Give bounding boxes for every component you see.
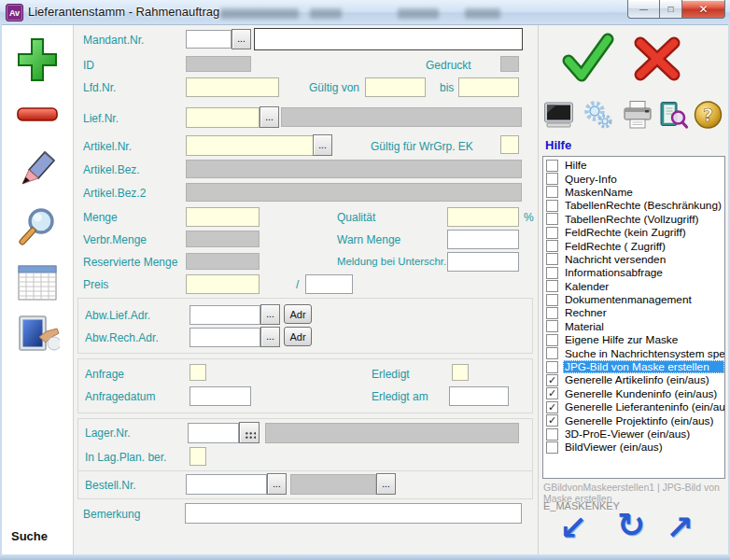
checkbox-icon[interactable] <box>546 253 558 265</box>
help-list-item[interactable]: Kalender <box>543 280 724 293</box>
checkbox-icon[interactable] <box>546 267 558 279</box>
lager-grid-browse-button[interactable] <box>239 422 260 443</box>
preis-input[interactable] <box>186 274 260 294</box>
checkbox-icon[interactable] <box>546 240 558 252</box>
preis-einheit-input[interactable] <box>305 274 353 294</box>
abw-lief-adr-input[interactable] <box>190 305 260 325</box>
checkbox-icon[interactable] <box>546 186 558 198</box>
checkbox-icon[interactable] <box>546 173 558 185</box>
qualitaet-input[interactable] <box>447 207 519 227</box>
checkbox-icon[interactable]: ✓ <box>546 414 558 427</box>
help-list-item[interactable]: Material <box>543 320 724 333</box>
ok-button[interactable] <box>559 33 615 89</box>
meldung-input[interactable] <box>447 252 519 272</box>
help-list-item[interactable]: Query-Info <box>543 172 724 185</box>
help-list-item[interactable]: ✓Generelle Kundeninfo (ein/aus) <box>543 387 724 400</box>
mandant-nr-input[interactable] <box>186 30 232 49</box>
checkbox-icon[interactable] <box>546 441 558 454</box>
help-list-item[interactable]: Informationsabfrage <box>543 266 724 279</box>
arrow-back-button[interactable]: ↙ <box>559 511 587 545</box>
table-view-button[interactable] <box>15 260 60 311</box>
checkbox-icon[interactable] <box>546 227 558 239</box>
help-list-item[interactable]: FeldRechte ( Zugriff) <box>543 239 724 252</box>
bestell-pos-browse-button[interactable]: ... <box>376 473 396 495</box>
wrgrp-checkbox-field[interactable] <box>500 135 519 154</box>
bestell-nr-input[interactable] <box>186 474 267 495</box>
cancel-button[interactable] <box>630 33 684 89</box>
maximize-button[interactable]: □ <box>659 0 682 19</box>
help-list-item[interactable]: JPG-Bild von Maske erstellen <box>543 360 724 373</box>
touchscreen-button[interactable] <box>15 311 60 369</box>
checkbox-icon[interactable] <box>546 160 558 172</box>
background-window-blur <box>310 8 342 19</box>
abw-rech-browse-button[interactable]: ... <box>260 327 280 347</box>
in-lag-plan-checkbox-field[interactable] <box>190 447 206 466</box>
checkbox-icon[interactable] <box>546 213 558 225</box>
screen-button[interactable] <box>543 100 574 133</box>
hilfe-listbox[interactable]: HilfeQuery-InfoMaskenNameTabellenRechte … <box>542 156 725 479</box>
lager-nr-input[interactable] <box>188 423 239 443</box>
checkbox-icon[interactable] <box>546 347 558 359</box>
checkbox-icon[interactable] <box>546 334 558 346</box>
gueltig-bis-input[interactable] <box>458 77 519 97</box>
erledigt-checkbox-field[interactable] <box>452 364 469 381</box>
help-list-item[interactable]: BildViewer (ein/aus) <box>543 441 724 454</box>
document-search-button[interactable] <box>658 100 689 133</box>
delete-record-button[interactable] <box>15 104 60 130</box>
lief-nr-input[interactable] <box>186 107 260 128</box>
close-button[interactable]: ✕ <box>681 0 725 19</box>
help-list-item[interactable]: ✓Generelle Projektinfo (ein/aus) <box>543 413 724 427</box>
arrow-forward-button[interactable]: ↗ <box>666 511 694 545</box>
help-list-item[interactable]: Suche in Nachrichtensystem speicl <box>543 346 724 359</box>
abw-lief-adr-button[interactable]: Adr <box>284 304 312 324</box>
checkbox-icon[interactable] <box>546 307 558 319</box>
search-record-button[interactable] <box>15 203 60 260</box>
help-button[interactable]: ? <box>693 100 723 133</box>
menge-input[interactable] <box>186 207 260 227</box>
lfd-nr-input[interactable] <box>186 77 279 97</box>
checkbox-icon[interactable] <box>546 320 558 332</box>
warn-menge-input[interactable] <box>447 230 519 249</box>
help-list-item[interactable]: TabellenRechte (Beschränkung) <box>543 199 724 212</box>
abw-rech-adr-input[interactable] <box>190 328 260 347</box>
add-record-button[interactable] <box>15 35 60 91</box>
edit-record-button[interactable] <box>15 141 60 199</box>
artikel-browse-button[interactable]: ... <box>313 134 332 156</box>
print-button[interactable] <box>622 100 653 133</box>
checkbox-icon[interactable] <box>546 361 558 373</box>
help-list-item[interactable]: FeldRechte (kein Zugriff) <box>543 226 724 239</box>
bestell-browse-button[interactable]: ... <box>267 473 287 495</box>
lief-browse-button[interactable]: ... <box>260 106 279 128</box>
help-list-item[interactable]: 3D-ProE-Viewer (ein/aus) <box>543 427 724 441</box>
artikel-nr-input[interactable] <box>186 135 314 156</box>
erledigt-am-input[interactable] <box>449 386 509 406</box>
help-list-item[interactable]: ✓Generelle Lieferanteninfo (ein/aus) <box>543 400 724 413</box>
help-list-item[interactable]: ✓Generelle Artikelinfo (ein/aus) <box>543 373 724 386</box>
bemerkung-input[interactable] <box>185 503 522 524</box>
checkbox-icon[interactable] <box>546 294 558 306</box>
checkbox-icon[interactable]: ✓ <box>546 401 558 413</box>
minimize-button[interactable]: — <box>627 0 660 19</box>
help-list-item[interactable]: Rechner <box>543 306 724 319</box>
checkbox-icon[interactable] <box>546 280 558 292</box>
refresh-button[interactable]: ↻ <box>617 509 645 542</box>
anfragedatum-input[interactable] <box>190 386 251 406</box>
abw-rech-adr-button[interactable]: Adr <box>284 327 312 346</box>
abw-lief-browse-button[interactable]: ... <box>260 304 280 325</box>
help-list-item[interactable]: Hilfe <box>543 159 724 172</box>
help-list-item[interactable]: MaskenName <box>543 186 724 199</box>
checkbox-icon[interactable] <box>546 200 558 212</box>
help-list-item[interactable]: Dokumentenmanagement <box>543 293 724 306</box>
checkbox-icon[interactable] <box>546 428 558 441</box>
mandant-name-input[interactable] <box>254 28 523 50</box>
help-list-item[interactable]: Nachricht versenden <box>543 253 724 266</box>
anfrage-checkbox-field[interactable] <box>190 364 206 381</box>
help-list-item[interactable]: TabellenRechte (Vollzugriff) <box>543 213 724 226</box>
help-list-item-label: Generelle Kundeninfo (ein/aus) <box>563 387 719 400</box>
checkbox-icon[interactable]: ✓ <box>546 387 558 399</box>
help-list-item[interactable]: Eigene Hilfe zur Maske <box>543 333 724 346</box>
checkbox-icon[interactable]: ✓ <box>546 374 558 386</box>
mandant-browse-button[interactable]: ... <box>232 29 251 49</box>
settings-button[interactable] <box>583 100 613 133</box>
gueltig-von-input[interactable] <box>365 77 426 97</box>
